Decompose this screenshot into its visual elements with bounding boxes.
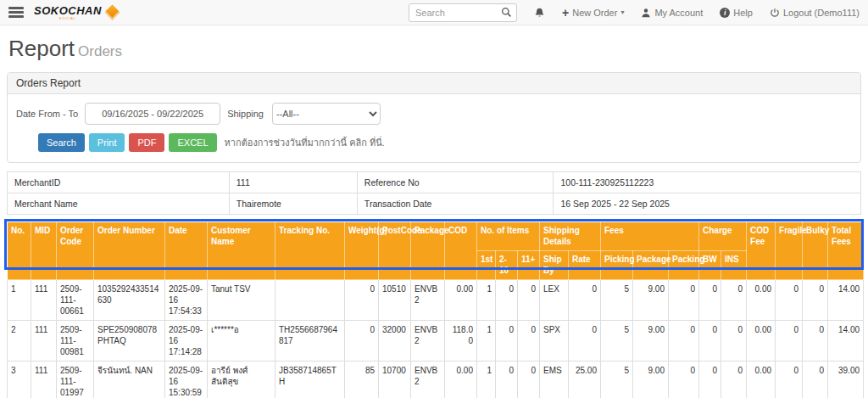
- table-cell: 111: [31, 362, 57, 398]
- col-header: Weight(g): [345, 222, 379, 280]
- table-cell: 0: [803, 280, 828, 321]
- table-cell: 111: [31, 280, 57, 321]
- table-cell: 1: [477, 362, 496, 398]
- pdf-button[interactable]: PDF: [129, 133, 164, 152]
- table-cell: 118.00: [445, 321, 477, 362]
- col-header: Date: [165, 222, 208, 280]
- plus-icon: +: [562, 7, 569, 19]
- bell-icon[interactable]: [534, 7, 545, 19]
- table-cell: SPX: [540, 321, 569, 362]
- table-cell: 0: [669, 321, 699, 362]
- table-cell: 0: [803, 321, 828, 362]
- col-group-header: Fees: [601, 222, 699, 251]
- help-menu[interactable]: i Help: [720, 8, 753, 18]
- table-cell: 0: [721, 362, 747, 398]
- table-row: 21112509-111-00981SPE250908078PHTAQ2025-…: [8, 321, 864, 362]
- panel-title: Orders Report: [8, 73, 860, 94]
- col-header: Package: [411, 222, 445, 280]
- new-order-menu[interactable]: + New Order ▾: [562, 7, 624, 19]
- table-cell: ENVB2: [411, 362, 445, 398]
- col-header: COD: [445, 222, 477, 280]
- navbar-search: [409, 3, 517, 22]
- page-title-sub: Orders: [78, 43, 122, 59]
- col-header: Tracking No.: [275, 222, 345, 280]
- search-icon[interactable]: [501, 7, 512, 18]
- col-header: Order Code: [57, 222, 94, 280]
- col-group-header: Shipping Details: [540, 222, 601, 251]
- excel-button[interactable]: EXCEL: [169, 133, 216, 152]
- date-range-label: Date From - To: [16, 109, 78, 119]
- table-cell: 0: [776, 321, 803, 362]
- table-cell: 0: [721, 280, 747, 321]
- table-row: Merchant Name Thairemote Transaction Dat…: [8, 193, 861, 215]
- info-icon: i: [720, 8, 730, 18]
- table-row: MerchantID 111 Reference No 100-111-2309…: [8, 172, 861, 193]
- user-icon: [641, 8, 651, 18]
- print-button[interactable]: Print: [89, 133, 125, 152]
- table-cell: 2025-09-16 15:30:59: [165, 362, 208, 398]
- table-cell: 25.00: [569, 362, 601, 398]
- table-cell: 2509-111-00661: [57, 280, 94, 321]
- table-cell: 0: [669, 280, 699, 321]
- shipping-label: Shipping: [227, 109, 264, 119]
- col-subheader: 11+: [518, 251, 540, 280]
- table-cell: 9.00: [633, 280, 669, 321]
- col-header: Fragile: [776, 222, 803, 280]
- table-cell: จีรนันทน์. NAN: [94, 362, 165, 398]
- col-subheader: BW: [699, 251, 721, 280]
- table-cell: 0: [776, 280, 803, 321]
- menu-toggle-icon[interactable]: [8, 7, 24, 18]
- orders-table: No. MID Order Code Order Number Date Cus…: [7, 221, 864, 398]
- page-title-main: Report: [8, 36, 75, 61]
- orders-table-body: 11112509-111-0066110352924335146302025-0…: [8, 280, 864, 398]
- brand-logo[interactable]: SOKOCHAN SOCIAL: [34, 5, 118, 20]
- table-cell: 2025-09-16 17:54:33: [165, 280, 208, 321]
- table-cell: 32000: [379, 321, 411, 362]
- help-label: Help: [733, 8, 753, 18]
- page-title: ReportOrders: [8, 36, 861, 62]
- col-subheader: INS: [721, 251, 747, 280]
- table-cell: 9.00: [633, 362, 669, 398]
- col-subheader: Picking: [601, 251, 633, 280]
- orders-report-panel: Orders Report Date From - To Shipping --…: [7, 72, 861, 163]
- table-cell: JB358714865TH: [275, 362, 345, 398]
- col-subheader: Package: [633, 251, 669, 280]
- col-header: No.: [8, 222, 31, 280]
- table-cell: 1: [477, 321, 496, 362]
- table-cell: 0: [699, 321, 721, 362]
- table-cell: 0.00: [445, 362, 477, 398]
- col-group-header: Charge: [699, 222, 747, 251]
- my-account-menu[interactable]: My Account: [641, 8, 703, 18]
- table-cell: 14.00: [828, 280, 864, 321]
- col-subheader: 2-10: [496, 251, 518, 280]
- transaction-date-label: Transaction Date: [357, 193, 554, 215]
- table-cell: 111: [31, 321, 57, 362]
- logout-label: Logout (Demo111): [783, 8, 860, 18]
- table-cell: 10510: [379, 280, 411, 321]
- table-cell: 0.00: [747, 280, 776, 321]
- table-cell: 2025-09-16 17:14:28: [165, 321, 208, 362]
- table-row: 31112509-111-01997จีรนันทน์. NAN2025-09-…: [8, 362, 864, 398]
- table-cell: 1: [477, 280, 496, 321]
- table-cell: ENVB2: [411, 321, 445, 362]
- my-account-label: My Account: [654, 8, 703, 18]
- table-cell: 0: [345, 321, 379, 362]
- col-header: PostCode: [379, 222, 411, 280]
- logout-menu[interactable]: Logout (Demo111): [770, 8, 860, 18]
- table-cell: 2509-111-01997: [57, 362, 94, 398]
- table-cell: 0: [569, 280, 601, 321]
- shipping-select[interactable]: --All--: [272, 103, 381, 125]
- brand-subtitle: SOCIAL: [59, 17, 77, 20]
- table-cell: 1035292433514630: [94, 280, 165, 321]
- table-cell: 0: [721, 321, 747, 362]
- merchant-name-label: Merchant Name: [8, 193, 230, 215]
- col-subheader: 1st: [477, 251, 496, 280]
- date-range-input[interactable]: [85, 103, 220, 125]
- table-cell: 0: [518, 280, 540, 321]
- merchant-id-label: MerchantID: [8, 172, 230, 193]
- date-range-hint[interactable]: หากต้องการช่วงวันที่มากกว่านี้ คลิก ที่น…: [225, 135, 385, 150]
- search-button[interactable]: Search: [38, 133, 85, 152]
- table-cell: อารีย์ พงศ์สันติสุข: [208, 362, 275, 398]
- col-subheader: Rate: [569, 251, 601, 280]
- table-cell: 14.00: [828, 321, 864, 362]
